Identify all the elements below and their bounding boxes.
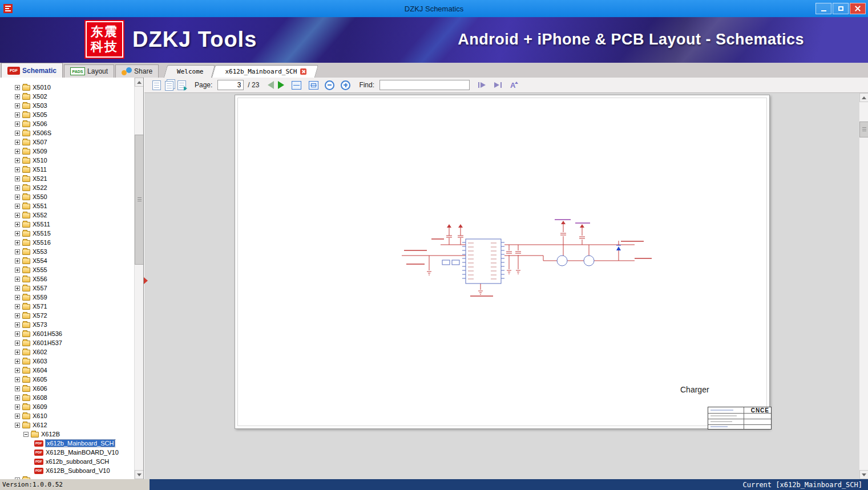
tree-folder-row[interactable]: X553 (0, 247, 134, 256)
tree-folder-row[interactable]: X5010 (0, 83, 134, 92)
scroll-up-button[interactable] (859, 93, 868, 102)
expand-icon[interactable] (15, 103, 20, 108)
tree-folder-row[interactable]: X551 (0, 201, 134, 210)
expand-icon[interactable] (15, 158, 20, 163)
expand-icon[interactable] (15, 368, 20, 373)
tree-folder-row[interactable]: X610 (0, 411, 134, 420)
expand-icon[interactable] (15, 167, 20, 172)
tree-folder-row[interactable]: X511 (0, 165, 134, 174)
tree-folder-row[interactable] (0, 475, 134, 479)
tree-pdf-row[interactable]: PDFx612b_subboard_SCH (0, 457, 134, 466)
scroll-down-button[interactable] (859, 470, 868, 479)
tree-pdf-row[interactable]: PDFX612B_MainBOARD_V10 (0, 448, 134, 457)
tree-scrollbar[interactable] (134, 78, 143, 479)
zoom-in-icon[interactable] (341, 80, 350, 90)
zoom-out-icon[interactable] (325, 80, 334, 90)
doc-tab-close-icon[interactable] (300, 68, 306, 75)
tree-folder-row[interactable]: X5511 (0, 220, 134, 229)
splitter-collapse-icon[interactable] (144, 277, 148, 284)
expand-icon[interactable] (15, 231, 20, 236)
multi-page-icon[interactable] (165, 81, 173, 91)
expand-icon[interactable] (15, 277, 20, 282)
scroll-up-button[interactable] (135, 78, 144, 87)
expand-icon[interactable] (15, 331, 20, 337)
tree-folder-row[interactable]: X605 (0, 375, 134, 384)
tree-folder-row[interactable]: X612 (0, 420, 134, 430)
expand-icon[interactable] (15, 350, 20, 355)
tree-folder-row[interactable]: X502 (0, 92, 134, 101)
expand-icon[interactable] (15, 122, 20, 127)
expand-icon[interactable] (15, 213, 20, 218)
tab-share[interactable]: Share (115, 64, 159, 78)
expand-icon[interactable] (15, 359, 20, 364)
tree-folder-row[interactable]: X604 (0, 366, 134, 375)
close-button[interactable] (850, 3, 866, 14)
tree-folder-row[interactable]: X510 (0, 156, 134, 165)
tree-folder-row[interactable]: X609 (0, 402, 134, 411)
expand-icon[interactable] (15, 341, 20, 346)
expand-icon[interactable] (15, 268, 20, 273)
tree-folder-row[interactable]: X555 (0, 265, 134, 274)
expand-icon[interactable] (15, 176, 20, 181)
next-page-icon[interactable] (278, 81, 284, 89)
tree-folder-row[interactable]: X522 (0, 183, 134, 192)
tree-folder-row[interactable]: X507 (0, 137, 134, 147)
expand-icon[interactable] (15, 295, 20, 300)
font-size-icon[interactable]: A (510, 81, 515, 90)
tree-folder-row[interactable]: X554 (0, 256, 134, 265)
tree-folder-row[interactable]: X612B (0, 430, 134, 439)
expand-icon[interactable] (15, 286, 20, 291)
tab-layout[interactable]: PADS Layout (64, 64, 114, 78)
expand-icon[interactable] (15, 140, 20, 145)
tree-folder-row[interactable]: X550 (0, 192, 134, 201)
tree-pdf-row[interactable]: PDFX612B_Subboard_V10 (0, 466, 134, 475)
minimize-button[interactable] (815, 3, 831, 14)
tree-folder-row[interactable]: X506S (0, 128, 134, 137)
find-previous-icon[interactable] (477, 82, 486, 88)
fit-width-icon[interactable] (292, 81, 301, 90)
fit-page-icon[interactable] (309, 81, 318, 90)
tree-folder-row[interactable]: X506 (0, 119, 134, 128)
expand-icon[interactable] (15, 304, 20, 309)
tree-folder-row[interactable]: X5515 (0, 229, 134, 238)
tree-folder-row[interactable]: X573 (0, 320, 134, 329)
viewer-scrollbar[interactable] (859, 93, 868, 479)
expand-icon[interactable] (15, 94, 20, 99)
tree-folder-row[interactable]: X601H536 (0, 329, 134, 338)
doc-tab-mainboard-sch[interactable]: x612b_Mainboard_SCH (213, 65, 317, 78)
tree-folder-row[interactable]: X509 (0, 147, 134, 156)
expand-icon[interactable] (15, 222, 20, 227)
expand-icon[interactable] (15, 395, 20, 400)
tree-folder-row[interactable]: X572 (0, 311, 134, 320)
tree-folder-row[interactable]: X556 (0, 274, 134, 284)
expand-icon[interactable] (15, 185, 20, 191)
maximize-button[interactable] (833, 3, 849, 14)
tab-schematic[interactable]: PDF Schematic (1, 63, 63, 78)
page-number-input[interactable] (217, 80, 244, 90)
tree-folder-row[interactable]: X608 (0, 393, 134, 402)
expand-icon[interactable] (15, 195, 20, 200)
tree-folder-row[interactable]: X559 (0, 293, 134, 302)
expand-icon[interactable] (15, 204, 20, 209)
expand-icon[interactable] (15, 313, 20, 318)
tree-folder-row[interactable]: X603 (0, 357, 134, 366)
previous-page-icon[interactable] (268, 81, 274, 89)
tree-folder-row[interactable]: X557 (0, 284, 134, 293)
tree-folder-row[interactable]: X552 (0, 210, 134, 220)
scroll-down-button[interactable] (135, 470, 144, 479)
tree-folder-row[interactable]: X503 (0, 101, 134, 110)
tree-folder-row[interactable]: X521 (0, 174, 134, 183)
single-page-icon[interactable] (152, 80, 161, 90)
viewer-scrollbar-thumb[interactable] (859, 122, 868, 137)
tree-folder-row[interactable]: X606 (0, 384, 134, 393)
tree-folder-row[interactable]: X601H537 (0, 338, 134, 347)
tree-folder-row[interactable]: X5516 (0, 238, 134, 247)
expand-icon[interactable] (15, 423, 20, 428)
expand-icon[interactable] (15, 149, 20, 154)
expand-icon[interactable] (15, 322, 20, 327)
expand-icon[interactable] (15, 258, 20, 264)
expand-icon[interactable] (15, 377, 20, 382)
expand-icon[interactable] (15, 85, 20, 90)
tree-scrollbar-thumb[interactable] (135, 135, 144, 265)
expand-icon[interactable] (15, 131, 20, 136)
